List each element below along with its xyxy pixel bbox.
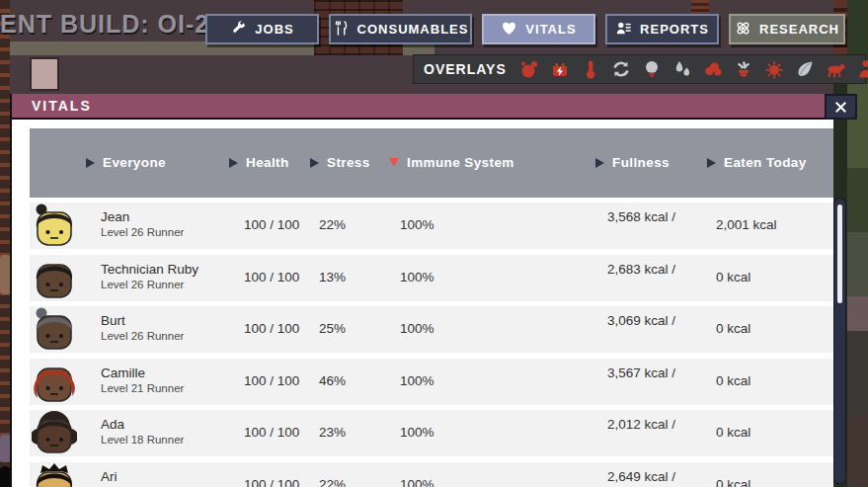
table-row[interactable]: Camille Level 21 Runner 100 / 100 46% 10… [30,359,833,405]
duplicant-name: Jean [101,209,129,224]
column-label: Eaten Today [724,155,807,170]
health-value: 100 / 100 [244,321,299,336]
duplicant-level: Level 26 Runner [101,279,184,290]
germ-overlay-icon[interactable] [763,58,785,80]
health-value: 100 / 100 [244,217,299,232]
vitals-panel: VITALS EveryoneHealthStressImmune System… [10,94,833,487]
tab-label: REPORTS [640,22,709,37]
tab-jobs[interactable]: JOBS [205,14,319,44]
overlays-label: OVERLAYS [424,61,507,77]
table-row[interactable]: Jean Level 26 Runner 100 / 100 22% 100% … [30,203,833,249]
immune-value: 100% [400,373,434,388]
eaten-value: 0 kcal [716,477,750,487]
power-overlay-icon[interactable] [549,58,571,80]
duplicant-level: Level 26 Runner [101,330,184,342]
table-row[interactable]: Technician Ruby Level 26 Runner 100 / 10… [30,255,833,301]
background-terrain [847,415,868,487]
duplicant-name: Ada [101,417,124,432]
overlays-bar: OVERLAYS [413,54,866,84]
column-header-stress[interactable]: Stress [310,155,370,170]
table-column-header: EveryoneHealthStressImmune SystemFullnes… [30,128,833,198]
panel-title: VITALS [32,98,92,114]
duplicant-avatar [32,306,77,352]
atom-icon [735,20,751,40]
fullness-line1: 3,069 kcal / [607,313,675,328]
eaten-value: 0 kcal [716,321,750,336]
duplicant-name: Camille [101,365,145,380]
vitals-panel-header: VITALS [12,94,835,120]
shipping-overlay-icon[interactable] [610,58,632,80]
decor-overlay-icon[interactable] [733,58,754,80]
column-header-everyone[interactable]: Everyone [86,155,166,170]
fullness-line1: 2,683 kcal / [607,262,675,277]
stress-value: 13% [319,270,346,284]
utensils-icon [333,20,350,40]
wrench-icon [230,20,247,40]
immune-value: 100% [400,425,434,440]
sort-icon [707,158,716,168]
column-header-immune-system[interactable]: Immune System [389,155,514,170]
column-header-health[interactable]: Health [229,155,289,170]
column-label: Everyone [103,155,166,170]
farming-overlay-icon[interactable] [794,58,816,80]
fullness-value: 3,568 kcal /4,000 kcal [607,208,675,225]
immune-value: 100% [400,217,434,232]
tab-research[interactable]: RESEARCH [729,14,845,44]
tab-label: JOBS [255,22,293,37]
fullness-value: 2,649 kcal / [607,468,675,485]
stress-value: 25% [319,321,346,336]
scrollbar-thumb[interactable] [837,204,842,303]
table-row[interactable]: Burt Level 26 Runner 100 / 100 25% 100% … [30,306,833,353]
report-icon [615,20,632,40]
background-terrain [847,296,868,331]
background-ladder-left [0,0,10,487]
tab-vitals[interactable]: VITALS [482,14,595,44]
sort-desc-icon [389,158,399,167]
close-button[interactable] [825,94,857,120]
table-row[interactable]: Ada Level 18 Runner 100 / 100 23% 100% 2… [30,410,833,456]
column-header-eaten-today[interactable]: Eaten Today [707,155,807,170]
eaten-value: 2,001 kcal [716,217,777,232]
immune-value: 100% [400,477,434,487]
oxygen-overlay-icon[interactable] [518,58,540,80]
background-terrain [847,232,868,296]
tab-label: VITALS [525,22,576,37]
heart-icon [501,20,517,40]
health-value: 100 / 100 [244,477,299,487]
duplicant-avatar [32,410,77,455]
tab-label: CONSUMABLES [357,22,469,37]
fullness-value: 3,567 kcal /4,000 kcal [607,365,675,381]
fullness-line1: 3,568 kcal / [607,209,675,224]
duplicant-avatar [32,359,77,404]
plumbing-overlay-icon[interactable] [671,58,693,80]
temperature-overlay-icon[interactable] [580,58,601,80]
light-overlay-icon[interactable] [641,58,663,80]
eaten-value: 0 kcal [716,425,750,440]
sort-icon [229,158,238,168]
health-value: 100 / 100 [244,270,299,284]
duplicant-avatar [32,203,77,248]
ventilation-overlay-icon[interactable] [702,58,724,80]
fullness-line1: 2,012 kcal / [607,417,675,432]
table-row[interactable]: Ari 100 / 100 22% 100% 2,649 kcal / 0 kc… [30,462,833,487]
fullness-line1: 2,649 kcal / [607,469,675,484]
fullness-value: 2,683 kcal /4,000 kcal [607,261,675,278]
critter-overlay-icon[interactable] [825,58,846,80]
column-label: Stress [327,155,370,170]
health-value: 100 / 100 [244,425,299,440]
scrollbar-track[interactable] [833,198,846,484]
tab-consumables[interactable]: CONSUMABLES [329,14,472,44]
column-header-fullness[interactable]: Fullness [595,155,670,170]
duplicant-avatar [32,462,77,487]
background-terrain [847,168,868,232]
column-label: Fullness [612,155,670,170]
sort-icon [86,158,95,168]
column-label: Immune System [407,155,514,170]
stress-value: 22% [319,477,346,487]
background-tile [30,57,59,91]
priority-overlay-icon[interactable] [855,58,868,80]
overlay-icon-list [518,58,868,80]
tab-reports[interactable]: REPORTS [605,14,719,44]
fullness-value: 2,012 kcal /4,000 kcal [607,416,675,433]
tab-label: RESEARCH [759,22,839,37]
